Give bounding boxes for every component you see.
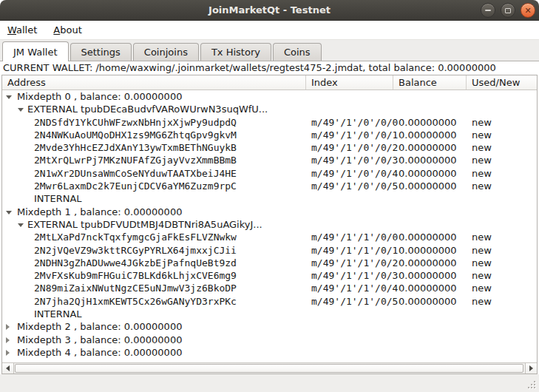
scrollbar-thumb[interactable]	[15, 364, 523, 373]
menubar: Wallet About	[0, 21, 539, 40]
mixdepth-label: Mixdepth 2 , balance: 0.00000000	[17, 320, 182, 333]
cell-used-new: new	[472, 167, 492, 180]
minimize-icon	[485, 10, 491, 11]
window-controls: ✕	[481, 3, 535, 18]
cell-used-new: new	[472, 282, 492, 294]
tree-row-mixdepth[interactable]: Mixdepth 2 , balance: 0.00000000	[2, 320, 537, 333]
close-button[interactable]: ✕	[521, 3, 535, 18]
close-icon: ✕	[524, 6, 531, 14]
titlebar[interactable]: JoinMarketQt - Testnet ✕	[0, 0, 539, 21]
expanded-arrow-icon[interactable]	[18, 223, 24, 227]
tree-rows: Mixdepth 0 , balance: 0.00000000EXTERNAL…	[2, 90, 537, 359]
tree-row-address[interactable]: 2MtLXaPd7nckTqxfymgcGjaFkEsFLVZNwkwm/49'…	[2, 231, 537, 243]
cell-balance: 0.00000000	[399, 295, 457, 308]
cell-used-new: new	[472, 141, 492, 154]
status-bar	[0, 374, 539, 392]
column-header-balance[interactable]: Balance	[393, 75, 467, 89]
tab-tx-history[interactable]: Tx History	[200, 43, 271, 61]
menu-wallet-mnemonic: W	[7, 24, 16, 36]
scrollbar-left-button[interactable]	[2, 363, 14, 374]
cell-balance: 0.00000000	[399, 180, 457, 192]
tab-coinjoins[interactable]: Coinjoins	[133, 43, 199, 61]
collapsed-arrow-icon[interactable]	[6, 337, 10, 343]
branch-label: INTERNAL	[34, 308, 82, 320]
maximize-button[interactable]	[501, 3, 515, 18]
tree-row-address[interactable]: 2NDSfdY1YkCUhWFzwxNbHnjxXjwPy9udpdQm/49'…	[2, 116, 537, 129]
tree-row-address[interactable]: 2N89miZaixNWutNgzCE5uNJmwV3jz6BkoDPm/49'…	[2, 282, 537, 294]
tree-row-address[interactable]: 2MvFXsKub9mFHGuiC7BLKd6kLhjxCVE6mg9m/49'…	[2, 269, 537, 282]
cell-balance: 0.00000000	[399, 282, 457, 294]
horizontal-scrollbar[interactable]	[2, 362, 537, 374]
tab-jm-wallet[interactable]: JM Wallet	[2, 41, 69, 61]
cell-index: m/49'/1'/0'/0/3	[311, 154, 398, 166]
cell-balance: 0.00000000	[399, 141, 457, 154]
minimize-button[interactable]	[481, 3, 495, 18]
column-header-address[interactable]: Address	[2, 75, 306, 89]
cell-address: 2MtLXaPd7nckTqxfymgcGjaFkEsFLVZNwkw	[34, 231, 237, 243]
cell-used-new: new	[472, 244, 492, 257]
scrollbar-right-button[interactable]	[525, 363, 537, 374]
cell-index: m/49'/1'/1'/0/4	[311, 282, 398, 294]
expanded-arrow-icon[interactable]	[6, 211, 12, 214]
tree-row-address[interactable]: 2NDHN3gZhADUwwe4JGkzbEjPafnqUeBt9zdm/49'…	[2, 257, 537, 269]
tree-row-mixdepth[interactable]: Mixdepth 3 , balance: 0.00000000	[2, 334, 537, 346]
menu-wallet-rest: allet	[16, 24, 37, 36]
tab-settings[interactable]: Settings	[70, 43, 132, 61]
cell-address: 2N7jha2QjH1xmKEWT5Cx26wGANyYD3rxPKc	[34, 295, 237, 308]
mixdepth-label: Mixdepth 3 , balance: 0.00000000	[17, 334, 182, 346]
collapsed-arrow-icon[interactable]	[6, 350, 10, 356]
cell-balance: 0.00000000	[399, 129, 457, 141]
expanded-arrow-icon[interactable]	[18, 108, 24, 112]
scroll-right-icon	[529, 365, 533, 371]
cell-balance: 0.00000000	[399, 269, 457, 282]
cell-index: m/49'/1'/0'/0/1	[311, 129, 398, 141]
wallet-tree: Address Index Balance Used/New Mixdepth …	[1, 75, 538, 374]
tree-row-address[interactable]: 2N7jha2QjH1xmKEWT5Cx26wGANyYD3rxPKcm/49'…	[2, 295, 537, 308]
menu-wallet[interactable]: Wallet	[7, 24, 37, 36]
tree-header: Address Index Balance Used/New	[2, 75, 537, 90]
cell-index: m/49'/1'/1'/0/2	[311, 257, 398, 269]
cell-index: m/49'/1'/0'/0/2	[311, 141, 398, 154]
menu-about[interactable]: About	[53, 24, 81, 36]
cell-index: m/49'/1'/0'/0/5	[311, 180, 398, 192]
cell-index: m/49'/1'/0'/0/4	[311, 167, 398, 180]
current-wallet-label: CURRENT WALLET: /home/waxwing/.joinmarke…	[0, 61, 539, 75]
cell-used-new: new	[472, 295, 492, 308]
tab-bar: JM Wallet Settings Coinjoins Tx History …	[0, 40, 539, 61]
cell-used-new: new	[472, 129, 492, 141]
cell-address: 2MtXrQLwrPj7MKzNUFAfZGjayVvzXmmBBmB	[34, 154, 237, 166]
tree-row-branch[interactable]: EXTERNAL tpubDEcaBudvfVARoWUrwN3suqWfU..…	[2, 103, 537, 115]
branch-label: EXTERNAL tpubDFVUDtMBJ4DBTNri8A5uAGikyJ.…	[27, 218, 262, 231]
cell-balance: 0.00000000	[399, 257, 457, 269]
cell-used-new: new	[472, 257, 492, 269]
tree-row-address[interactable]: 2Mwr6LaxmDc2k7EunjCDCV6aYM6Zuzm9rpCm/49'…	[2, 180, 537, 192]
tree-row-mixdepth[interactable]: Mixdepth 0 , balance: 0.00000000	[2, 90, 537, 103]
tree-row-address[interactable]: 2N1wXr2DUnsaWmCoSeNYduwTAATXbeiJ4HEm/49'…	[2, 167, 537, 180]
cell-used-new: new	[472, 116, 492, 129]
column-header-used-new[interactable]: Used/New	[467, 75, 537, 89]
resize-grip-icon[interactable]	[525, 378, 537, 390]
window-title: JoinMarketQt - Testnet	[209, 4, 330, 16]
cell-used-new: new	[472, 231, 492, 243]
collapsed-arrow-icon[interactable]	[6, 324, 10, 330]
tree-row-branch[interactable]: EXTERNAL tpubDFVUDtMBJ4DBTNri8A5uAGikyJ.…	[2, 218, 537, 231]
scroll-left-icon	[6, 365, 10, 371]
column-header-index[interactable]: Index	[306, 75, 393, 89]
tree-row-address[interactable]: 2MtXrQLwrPj7MKzNUFAfZGjayVvzXmmBBmBm/49'…	[2, 154, 537, 166]
tree-row-branch[interactable]: INTERNAL	[2, 192, 537, 205]
cell-balance: 0.00000000	[399, 167, 457, 180]
cell-balance: 0.00000000	[399, 116, 457, 129]
tree-row-address[interactable]: 2Mvde3YhHcEZJdXAnY13ywTxmBEThNGuykBm/49'…	[2, 141, 537, 154]
cell-address: 2Mwr6LaxmDc2k7EunjCDCV6aYM6Zuzm9rpC	[34, 180, 237, 192]
tab-coins[interactable]: Coins	[273, 43, 322, 61]
tree-row-mixdepth[interactable]: Mixdepth 4 , balance: 0.00000000	[2, 346, 537, 359]
cell-address: 2N2jVQeVZ9w3kttRCGyPYRLX64jmxxjCJii	[34, 244, 237, 257]
tree-row-address[interactable]: 2N4NWKuAoUMQoDHX1zs9MG6ZhtqGpv9gkvMm/49'…	[2, 129, 537, 141]
tree-row-branch[interactable]: INTERNAL	[2, 308, 537, 320]
tree-row-address[interactable]: 2N2jVQeVZ9w3kttRCGyPYRLX64jmxxjCJiim/49'…	[2, 244, 537, 257]
cell-address: 2Mvde3YhHcEZJdXAnY13ywTxmBEThNGuykB	[34, 141, 237, 154]
cell-index: m/49'/1'/1'/0/3	[311, 269, 398, 282]
cell-balance: 0.00000000	[399, 154, 457, 166]
tree-row-mixdepth[interactable]: Mixdepth 1 , balance: 0.00000000	[2, 206, 537, 218]
expanded-arrow-icon[interactable]	[6, 95, 12, 99]
